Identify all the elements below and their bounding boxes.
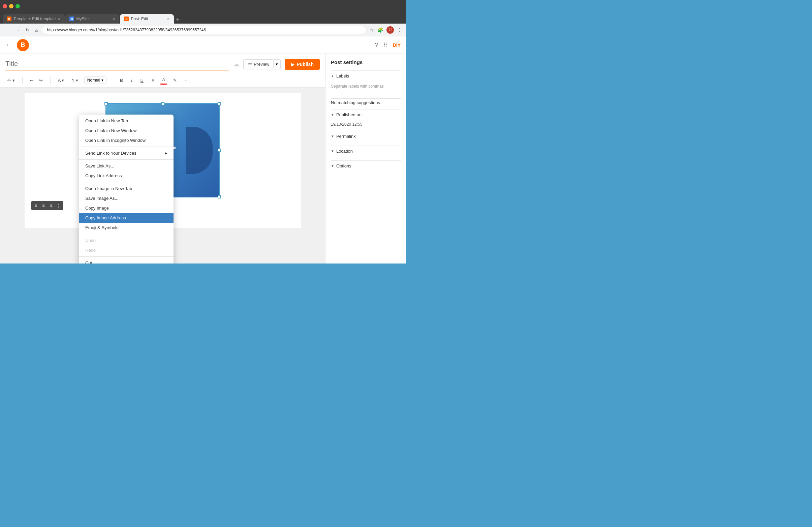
sidebar-section-labels-header[interactable]: ▲ Labels — [331, 70, 401, 81]
pencil-tool-button[interactable]: ✏ ▾ — [5, 76, 17, 84]
published-date: 19/10/2020 12:55 — [331, 122, 401, 127]
context-menu-item-copy-image[interactable]: Copy Image — [79, 203, 174, 213]
selection-handle-br[interactable] — [218, 195, 221, 199]
selection-handle-tm[interactable] — [161, 102, 164, 105]
more-toolbar-button[interactable]: ··· — [183, 76, 191, 84]
ctx-separator-1 — [79, 147, 174, 147]
titlebar — [0, 0, 406, 12]
bold-button[interactable]: B — [118, 76, 125, 84]
tab-close-2[interactable]: ✕ — [112, 17, 115, 21]
ctx-item-label: Save Image As... — [85, 196, 118, 201]
img-more-button[interactable]: ⟩ — [56, 202, 62, 209]
ctx-separator-4 — [79, 234, 174, 234]
post-title-input[interactable] — [5, 58, 229, 70]
italic-button[interactable]: I — [129, 76, 134, 84]
format-label: Normal — [87, 78, 100, 83]
tab-label-1: Template: Edit template — [14, 16, 56, 21]
preview-dropdown-button[interactable]: ▾ — [274, 59, 280, 69]
selection-handle-tr[interactable] — [218, 102, 221, 105]
ctx-item-label: Cut — [85, 261, 92, 263]
app-back-button[interactable]: ← — [5, 42, 12, 48]
undo-button[interactable]: ↩ — [28, 76, 36, 84]
tab-template-edit[interactable]: B Template: Edit template ✕ — [3, 14, 65, 24]
toolbar-sep-2 — [50, 77, 50, 84]
sidebar-section-options: ▼ Options — [331, 160, 401, 171]
size-button[interactable]: ¶ ▾ — [70, 76, 80, 84]
context-menu-item-copy-image-address[interactable]: Copy Image Address — [79, 213, 174, 223]
refresh-button[interactable]: ↻ — [24, 26, 31, 34]
context-menu-item-copy-link-address[interactable]: Copy Link Address — [79, 171, 174, 180]
location-chevron-icon: ▼ — [331, 149, 334, 153]
url-bar[interactable]: https://www.blogger.com/u/1/blog/post/ed… — [42, 26, 367, 34]
preview-eye-icon: 👁 — [248, 62, 252, 67]
published-section-title: Published on — [336, 112, 362, 117]
profile-icon[interactable]: U — [387, 26, 394, 34]
align-button[interactable]: ≡ — [149, 76, 156, 84]
title-publish-row: ☁ 👁 Preview ▾ ▶ Publish — [0, 54, 325, 73]
apps-icon[interactable]: ⠿ — [383, 42, 388, 48]
font-button[interactable]: A ▾ — [56, 76, 67, 84]
image-toolbar: ≡ ≡ ≡ ⟩ — [31, 201, 63, 210]
ctx-item-label: Open Image in New Tab — [85, 186, 132, 191]
preview-button[interactable]: 👁 Preview — [244, 59, 274, 69]
context-menu-item-send-link[interactable]: Send Link to Your Devices ▶ — [79, 148, 174, 158]
publish-button[interactable]: ▶ Publish — [285, 59, 320, 70]
post-settings-title: Post settings — [331, 59, 401, 65]
context-menu-item-undo: Undo — [79, 236, 174, 245]
sidebar-section-permalink-header[interactable]: ▼ Permalink — [331, 131, 401, 142]
editor-content[interactable]: Mr — [0, 88, 325, 263]
home-button[interactable]: ⌂ — [34, 26, 39, 34]
context-menu-item-save-link-as[interactable]: Save Link As... — [79, 161, 174, 171]
img-align-center-button[interactable]: ≡ — [41, 202, 47, 209]
ctx-item-label: Copy Image Address — [85, 215, 126, 220]
close-button[interactable] — [3, 4, 7, 9]
minimize-button[interactable] — [9, 4, 14, 9]
img-align-right-button[interactable]: ≡ — [48, 202, 55, 209]
maximize-button[interactable] — [15, 4, 20, 9]
context-menu-item-open-image-new-tab[interactable]: Open Image in New Tab — [79, 184, 174, 193]
underline-button[interactable]: U — [139, 76, 146, 84]
tab-label-3: Post: Edit — [131, 16, 148, 21]
sidebar-section-permalink: ▼ Permalink — [331, 131, 401, 142]
tab-close-3[interactable]: ✕ — [167, 17, 170, 21]
img-align-left-button[interactable]: ≡ — [33, 202, 39, 209]
context-menu-item-open-link-incognito[interactable]: Open Link in Incognito Window — [79, 135, 174, 145]
context-menu-item-open-link-new-window[interactable]: Open Link in New Window — [79, 126, 174, 135]
context-menu-item-save-image-as[interactable]: Save Image As... — [79, 193, 174, 203]
bookmark-icon[interactable]: ☆ — [369, 27, 374, 33]
back-nav-button[interactable]: ← — [4, 26, 12, 34]
selection-handle-mr[interactable] — [218, 149, 221, 152]
tab-post-edit[interactable]: B Post: Edit ✕ — [120, 14, 174, 24]
menu-icon[interactable]: ⋮ — [397, 27, 402, 33]
help-icon[interactable]: ? — [375, 42, 378, 48]
sidebar-section-location: ▼ Location — [331, 146, 401, 156]
text-color-button[interactable]: A — [160, 76, 167, 85]
forward-nav-button[interactable]: → — [14, 26, 21, 34]
ctx-item-label: Open Link in New Tab — [85, 118, 128, 123]
toolbar-group-history: ↩ ↪ — [28, 76, 45, 84]
publish-label: Publish — [296, 62, 314, 67]
context-menu-item-cut[interactable]: Cut — [79, 258, 174, 263]
post-toolbar: ✏ ▾ ↩ ↪ A ▾ ¶ ▾ Normal ▾ B — [0, 73, 325, 88]
selection-handle-tl[interactable] — [104, 102, 108, 105]
tab-close-1[interactable]: ✕ — [58, 17, 61, 21]
context-menu-item-open-link-new-tab[interactable]: Open Link in New Tab — [79, 116, 174, 126]
app-header: ← B ? ⠿ DIY — [0, 36, 406, 54]
ctx-separator-2 — [79, 159, 174, 160]
ctx-item-label: Open Link in Incognito Window — [85, 138, 146, 143]
labels-input[interactable] — [331, 91, 401, 99]
sidebar-section-options-header[interactable]: ▼ Options — [331, 160, 401, 171]
tab-mysite[interactable]: B MySite ✕ — [66, 14, 119, 24]
redo-button[interactable]: ↪ — [37, 76, 45, 84]
toolbar-sep-3 — [112, 77, 112, 84]
format-chevron-icon: ▾ — [101, 78, 103, 83]
highlight-button[interactable]: ✎ — [171, 76, 179, 84]
new-tab-button[interactable]: + — [176, 16, 179, 24]
right-sidebar: Post settings ▲ Labels Separate labels w… — [325, 54, 406, 263]
extensions-icon[interactable]: 🧩 — [377, 27, 383, 33]
sidebar-section-published-header[interactable]: ▼ Published on — [331, 109, 401, 120]
context-menu-item-emoji-symbols[interactable]: Emoji & Symbols — [79, 223, 174, 233]
sidebar-section-location-header[interactable]: ▼ Location — [331, 146, 401, 156]
url-text: https://www.blogger.com/u/1/blog/post/ed… — [47, 28, 206, 32]
format-select[interactable]: Normal ▾ — [84, 76, 107, 84]
